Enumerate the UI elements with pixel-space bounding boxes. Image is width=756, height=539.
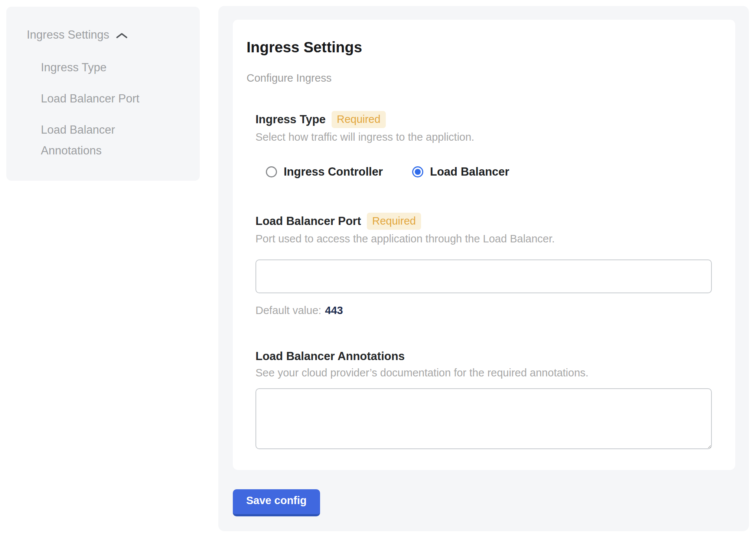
lb-port-description: Port used to access the application thro… bbox=[255, 232, 713, 245]
chevron-up-icon bbox=[116, 32, 128, 39]
settings-nav-sidebar: Ingress Settings Ingress Type Load Balan… bbox=[6, 7, 200, 181]
ingress-type-radio-group: Ingress Controller Load Balancer bbox=[266, 165, 713, 179]
section-load-balancer-annotations: Load Balancer Annotations See your cloud… bbox=[255, 349, 713, 449]
default-value-label: Default value: bbox=[255, 304, 321, 316]
radio-option-load-balancer[interactable]: Load Balancer bbox=[412, 165, 509, 179]
section-ingress-type: Ingress Type Required Select how traffic… bbox=[255, 111, 713, 179]
sidebar-item-list: Ingress Type Load Balancer Port Load Bal… bbox=[41, 57, 189, 161]
lb-annotations-label: Load Balancer Annotations bbox=[255, 349, 405, 364]
required-badge: Required bbox=[332, 111, 386, 128]
save-config-button[interactable]: Save config bbox=[233, 489, 320, 516]
lb-port-input[interactable] bbox=[255, 259, 712, 293]
ingress-settings-card: Ingress Settings Configure Ingress Ingre… bbox=[233, 20, 735, 470]
lb-annotations-label-row: Load Balancer Annotations bbox=[255, 349, 713, 364]
sidebar-group-ingress-settings[interactable]: Ingress Settings bbox=[27, 27, 189, 42]
default-value: 443 bbox=[325, 304, 343, 316]
lb-port-label-row: Load Balancer Port Required bbox=[255, 213, 713, 230]
sidebar-item-load-balancer-port[interactable]: Load Balancer Port bbox=[41, 88, 163, 109]
ingress-settings-panel: Ingress Settings Configure Ingress Ingre… bbox=[218, 6, 749, 531]
page-subtitle: Configure Ingress bbox=[247, 72, 713, 84]
ingress-type-description: Select how traffic will ingress to the a… bbox=[255, 130, 713, 144]
radio-label-ingress-controller: Ingress Controller bbox=[284, 165, 383, 179]
radio-unselected-icon bbox=[266, 166, 277, 177]
radio-selected-icon bbox=[412, 166, 423, 177]
section-load-balancer-port: Load Balancer Port Required Port used to… bbox=[255, 213, 713, 317]
sidebar-item-load-balancer-annotations[interactable]: Load Balancer Annotations bbox=[41, 120, 163, 161]
ingress-type-label: Ingress Type bbox=[255, 112, 326, 127]
lb-annotations-description: See your cloud provider’s documentation … bbox=[255, 366, 713, 379]
radio-label-load-balancer: Load Balancer bbox=[430, 165, 509, 179]
lb-port-default-line: Default value:443 bbox=[255, 304, 713, 317]
required-badge: Required bbox=[367, 213, 421, 230]
sidebar-group-label: Ingress Settings bbox=[27, 27, 109, 42]
lb-annotations-textarea[interactable] bbox=[255, 388, 712, 449]
sidebar-item-ingress-type[interactable]: Ingress Type bbox=[41, 57, 163, 78]
form-body: Ingress Type Required Select how traffic… bbox=[255, 111, 713, 449]
page-title: Ingress Settings bbox=[247, 39, 713, 55]
radio-option-ingress-controller[interactable]: Ingress Controller bbox=[266, 165, 383, 179]
ingress-type-label-row: Ingress Type Required bbox=[255, 111, 713, 128]
lb-port-label: Load Balancer Port bbox=[255, 214, 361, 229]
